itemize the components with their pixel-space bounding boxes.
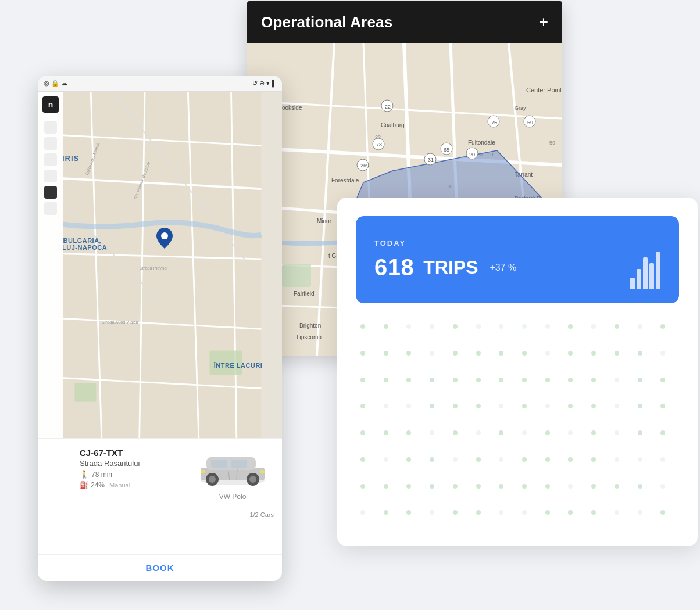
dot-item [545,324,550,329]
svg-text:75: 75 [491,120,497,125]
dot-item [406,430,411,435]
svg-text:Brighton: Brighton [299,322,321,329]
dot-item [660,351,665,356]
dot-item [453,351,458,356]
dot-item [360,484,365,489]
trips-chart-icon [630,252,660,289]
mobile-screen: ◎ 🔒 ☁ ↺ ⊕ ▾ ▌ Bulevardul Muncii [38,76,282,581]
sidebar-dot-active[interactable] [44,186,57,199]
dot-item [499,484,503,489]
dot-item [591,457,596,462]
trips-today-label: TODAY [374,239,660,247]
svg-text:Center Point: Center Point [526,87,562,94]
dot-item [615,510,619,515]
op-areas-add-button[interactable]: + [539,14,548,30]
dot-item [660,510,665,515]
trips-count-row: 618 TRIPS +37 % [374,254,660,281]
sidebar-dot-1[interactable] [44,121,57,134]
dot-item [406,324,411,329]
dot-item [568,484,573,489]
car-transmission: Manual [109,482,130,489]
dot-item [660,324,665,329]
dot-item [545,430,550,435]
dot-item [522,351,527,356]
car-image-area: VW Polo [189,444,276,501]
mobile-status-bar: ◎ 🔒 ☁ ↺ ⊕ ▾ ▌ [38,76,282,92]
dot-item [660,457,665,462]
trips-card: TODAY 618 TRIPS +37 % [356,216,679,303]
svg-point-90 [161,232,168,239]
dot-item [568,324,573,329]
map-pin [156,228,173,251]
dot-item [476,404,481,408]
dot-item [615,404,619,408]
status-right-icons: ↺ ⊕ ▾ ▌ [252,80,276,87]
dot-item [476,378,481,382]
dot-item [568,404,573,408]
mobile-map-svg: Bulevardul Muncii Str. Fabricii de Zahăr… [38,92,282,438]
chart-bar-2 [637,269,641,289]
dot-item [638,430,642,435]
svg-text:Fairfield: Fairfield [294,290,315,297]
svg-point-97 [209,476,216,483]
svg-text:20: 20 [469,152,475,157]
dot-item [545,351,550,356]
dot-item [360,324,365,329]
dot-item [591,378,596,382]
dot-item [384,351,388,356]
dot-item [476,484,481,489]
dot-item [499,430,503,435]
dot-item [591,324,596,329]
book-button[interactable]: BOOK [38,554,282,581]
dot-item [615,351,619,356]
dot-item [499,351,503,356]
car-booking-card: CJ-67-TXT Strada Răsăritului 🚶 78 min ⛽ … [38,438,282,554]
dot-item [568,510,573,515]
svg-rect-100 [260,470,265,473]
cars-count: 1/2 Cars [249,511,274,518]
svg-text:Minor: Minor [317,218,332,224]
svg-text:Lipscomb: Lipscomb [297,334,322,340]
dot-item [406,378,411,382]
dot-grid [356,320,679,532]
sidebar-dot-4[interactable] [44,170,57,182]
dot-item [360,404,365,408]
dot-item [591,484,596,489]
sidebar-dot-3[interactable] [44,153,57,166]
dot-item [384,457,388,462]
dot-item [568,430,573,435]
dot-item [406,404,411,408]
dot-item [499,510,503,515]
dot-item [522,324,527,329]
mobile-sidebar: n [38,92,63,438]
dot-item [430,404,434,408]
dot-item [360,430,365,435]
svg-text:Coalburg: Coalburg [381,122,405,128]
dot-item [638,510,642,515]
map-label-intre: ÎNTRE LACURI [214,362,263,369]
svg-text:31: 31 [428,157,434,163]
dot-item [360,457,365,462]
op-areas-header: Operational Areas + [247,1,562,43]
dot-item [568,351,573,356]
dot-item [430,324,434,329]
dot-item [660,378,665,382]
dot-item [591,510,596,515]
dot-item [638,378,642,382]
dot-item [568,378,573,382]
dot-item [360,378,365,382]
trips-label: TRIPS [423,257,478,278]
dot-item [360,510,365,515]
sidebar-dot-6[interactable] [44,202,57,215]
dot-item [453,430,458,435]
svg-rect-12 [282,264,311,287]
dot-item [430,430,434,435]
car-image [195,444,270,488]
dot-item [384,484,388,489]
car-name: VW Polo [189,493,276,501]
dot-item [476,457,481,462]
dot-item [476,510,481,515]
chart-bar-1 [630,278,635,289]
sidebar-logo: n [42,96,59,113]
sidebar-dot-2[interactable] [44,137,57,150]
